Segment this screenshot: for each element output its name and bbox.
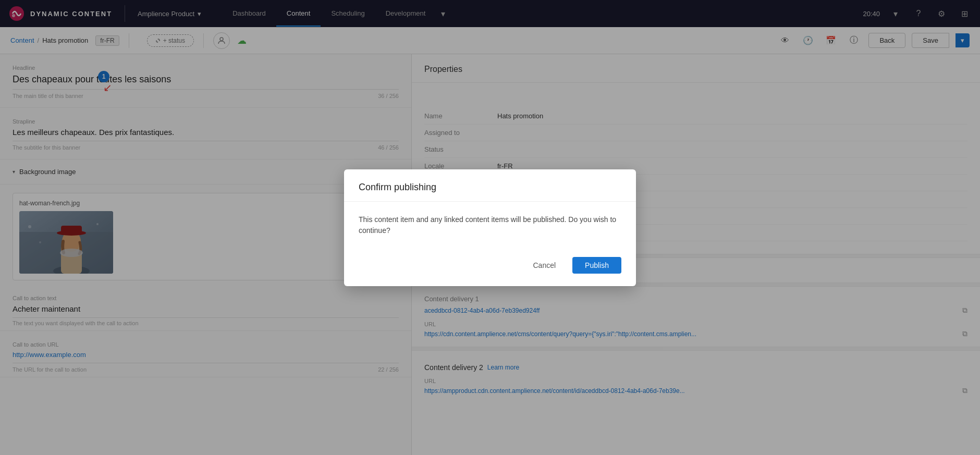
- modal-box: Confirm publishing This content item and…: [344, 169, 636, 286]
- modal-overlay: Confirm publishing This content item and…: [0, 0, 980, 455]
- modal-footer: Cancel Publish: [344, 249, 636, 286]
- modal-body: This content item and any linked content…: [344, 202, 636, 249]
- modal-message: This content item and any linked content…: [359, 214, 621, 236]
- publish-button[interactable]: Publish: [572, 257, 621, 274]
- modal-header: Confirm publishing: [344, 169, 636, 202]
- cancel-button[interactable]: Cancel: [522, 257, 566, 274]
- modal-title: Confirm publishing: [359, 182, 621, 193]
